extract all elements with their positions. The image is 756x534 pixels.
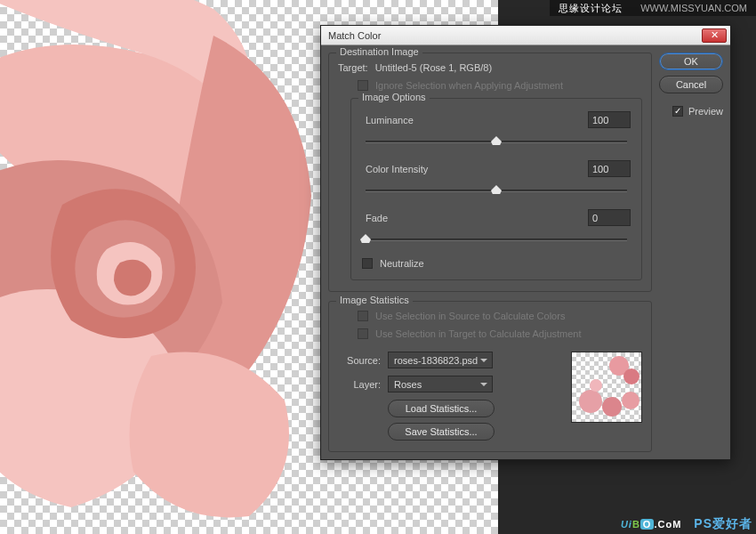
fade-slider[interactable] — [366, 231, 627, 247]
preview-label: Preview — [688, 106, 723, 117]
source-thumbnail — [571, 352, 642, 423]
load-statistics-button[interactable]: Load Statistics... — [388, 400, 495, 417]
close-icon: ✕ — [711, 29, 719, 41]
color-intensity-label: Color Intensity — [362, 164, 447, 174]
watermark-site-url: WWW.MISSYUAN.COM — [640, 3, 747, 13]
layer-label: Layer: — [338, 379, 381, 390]
luminance-input[interactable] — [588, 111, 631, 128]
save-statistics-button[interactable]: Save Statistics... — [388, 423, 495, 441]
use-target-selection-label: Use Selection in Target to Calculate Adj… — [375, 328, 582, 339]
ok-button[interactable]: OK — [659, 53, 723, 70]
image-statistics-group: Image Statistics Use Selection in Source… — [328, 301, 652, 452]
use-target-selection-checkbox — [358, 328, 368, 339]
luminance-label: Luminance — [362, 115, 447, 125]
color-intensity-input[interactable] — [588, 160, 631, 177]
image-statistics-legend: Image Statistics — [336, 295, 413, 305]
image-options-group: Image Options Luminance Color Intensity — [350, 98, 642, 280]
preview-checkbox[interactable] — [672, 106, 683, 117]
neutralize-label: Neutralize — [380, 258, 424, 269]
cancel-button[interactable]: Cancel — [659, 76, 723, 93]
source-select[interactable]: roses-1836823.psd — [388, 352, 493, 368]
fade-label: Fade — [362, 213, 447, 223]
rose-artwork — [0, 0, 338, 525]
fade-input[interactable] — [588, 209, 631, 226]
target-value: Untitled-5 (Rose 1, RGB/8) — [375, 62, 492, 73]
source-label: Source: — [338, 355, 381, 366]
layer-select-value: Roses — [394, 379, 422, 390]
target-row: Target: Untitled-5 (Rose 1, RGB/8) — [338, 62, 642, 73]
destination-legend: Destination Image — [336, 46, 422, 57]
watermark-logo: UiBO.CoM PS爱好者 — [621, 514, 752, 532]
use-source-selection-label: Use Selection in Source to Calculate Col… — [375, 311, 565, 321]
image-options-legend: Image Options — [358, 92, 430, 102]
luminance-slider[interactable] — [366, 134, 627, 150]
watermark-site-cn: 思缘设计论坛 — [559, 2, 623, 15]
destination-image-group: Destination Image Target: Untitled-5 (Ro… — [328, 53, 652, 292]
use-source-selection-checkbox — [358, 311, 368, 321]
dialog-titlebar[interactable]: Match Color ✕ — [321, 26, 730, 45]
ignore-selection-label: Ignore Selection when Applying Adjustmen… — [375, 80, 563, 91]
source-select-value: roses-1836823.psd — [394, 355, 478, 366]
target-label: Target: — [338, 62, 368, 73]
layer-select[interactable]: Roses — [388, 376, 493, 392]
ignore-selection-checkbox — [358, 80, 368, 91]
color-intensity-slider[interactable] — [366, 182, 627, 198]
watermark-banner: 思缘设计论坛 WWW.MISSYUAN.COM — [550, 0, 756, 16]
close-button[interactable]: ✕ — [702, 28, 727, 43]
ignore-selection-row: Ignore Selection when Applying Adjustmen… — [338, 80, 642, 91]
dialog-title: Match Color — [325, 30, 702, 41]
neutralize-checkbox[interactable] — [362, 258, 373, 269]
match-color-dialog: Match Color ✕ Destination Image Target: … — [320, 25, 731, 460]
